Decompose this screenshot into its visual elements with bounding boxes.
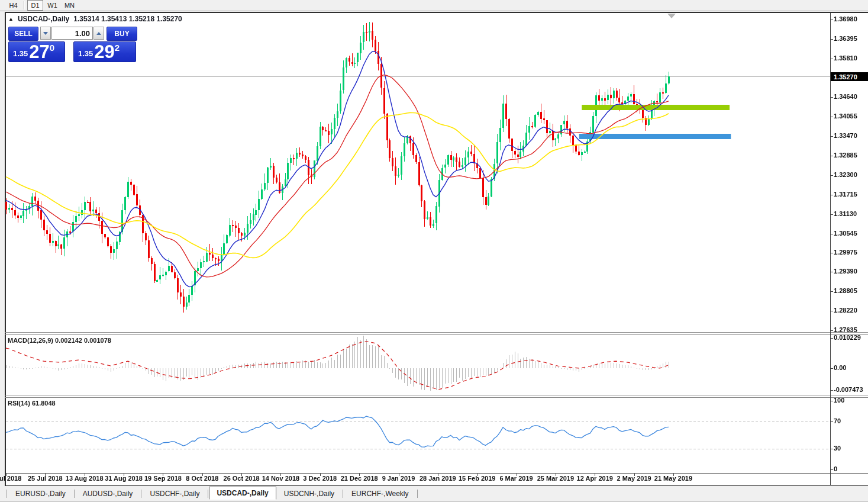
price-axis-label: 1.28220 — [834, 307, 857, 314]
sell-price-base: 1.35 — [13, 49, 28, 58]
price-axis-label: 1.29390 — [834, 268, 857, 275]
tab-eurchf-weekly[interactable]: EURCHF-,Weekly — [344, 488, 416, 500]
buy-price-base: 1.35 — [78, 49, 93, 58]
price-axis-label: 1.36980 — [834, 15, 857, 22]
macd-axis-label: 0.010229 — [834, 334, 861, 341]
tab-separator — [343, 490, 343, 498]
tab-usdcnh-daily[interactable]: USDCNH-,Daily — [276, 488, 342, 500]
price-axis-label: 1.30545 — [834, 230, 857, 237]
price-axis-label: 1.36395 — [834, 35, 857, 42]
tab-usdchf-daily[interactable]: USDCHF-,Daily — [142, 488, 207, 500]
down-arrow-icon — [43, 32, 48, 35]
rsi-indicator-label: RSI(14) 61.8048 — [8, 400, 56, 407]
price-axis-label: 1.34640 — [834, 93, 857, 100]
trade-panel-controls: SELL BUY — [8, 27, 136, 40]
price-chart-canvas[interactable] — [0, 0, 868, 502]
rsi-axis-label: 0 — [834, 465, 837, 472]
timeframe-button-mn[interactable]: MN — [62, 0, 78, 11]
chart-ohlc-values: 1.35314 1.35413 1.35218 1.35270 — [73, 15, 182, 23]
chart-shift-marker[interactable] — [667, 14, 676, 18]
tab-audusd-daily[interactable]: AUDUSD-,Daily — [75, 488, 141, 500]
chart-symbol-label: USDCAD-,Daily — [18, 15, 69, 23]
tab-separator — [208, 490, 208, 498]
timeframe-button-d1[interactable]: D1 — [27, 0, 43, 11]
price-axis-label: 1.32885 — [834, 152, 857, 159]
chart-tab-bar: EURUSD-,DailyAUDUSD-,DailyUSDCHF-,DailyU… — [0, 486, 868, 501]
tab-separator — [141, 490, 141, 498]
price-axis-label: 1.31715 — [834, 191, 857, 198]
current-price-tag: 1.35270 — [831, 72, 868, 81]
up-arrow-icon — [96, 32, 101, 35]
lot-size-input[interactable] — [51, 27, 93, 40]
timeframe-toolbar: H4D1W1MN — [0, 0, 868, 11]
price-axis-label: 1.29975 — [834, 249, 857, 256]
buy-price-pips: 29 — [94, 44, 114, 60]
rsi-axis-label: 70 — [834, 417, 841, 424]
timeframe-buttons: H4D1W1MN — [5, 0, 79, 11]
price-axis-label: 1.31130 — [834, 210, 857, 217]
timeframe-button-w1[interactable]: W1 — [44, 0, 60, 11]
tab-usdcad-daily[interactable]: USDCAD-,Daily — [209, 487, 276, 500]
timeframe-button-h4[interactable]: H4 — [5, 0, 21, 11]
lot-decrease-button[interactable] — [40, 27, 51, 40]
price-axis-label: 1.33470 — [834, 132, 857, 139]
trade-panel-collapse-icon[interactable]: ▲ — [8, 16, 14, 22]
price-axis-label: 1.34055 — [834, 112, 857, 120]
rsi-axis-label: 30 — [834, 445, 841, 452]
chart-header: ▲ USDCAD-,Daily 1.35314 1.35413 1.35218 … — [8, 15, 182, 23]
price-axis-label: 1.28805 — [834, 287, 857, 294]
time-axis-label: 21 May 2019 — [647, 475, 700, 482]
rsi-axis-label: 100 — [834, 397, 844, 404]
toolbar-separator — [24, 1, 25, 9]
sell-price-box[interactable]: 1.35 27 0 — [8, 41, 65, 62]
sell-price-point: 0 — [50, 43, 54, 53]
terminal-window: H4D1W1MN ▲ USDCAD-,Daily 1.35314 1.35413… — [0, 0, 868, 502]
tab-separator — [7, 490, 7, 498]
price-axis-label: 1.27635 — [834, 326, 857, 333]
sell-price-pips: 27 — [29, 44, 49, 60]
macd-axis-label: -0.007473 — [834, 386, 863, 393]
one-click-trade-panel: SELL BUY 1.35 27 0 1.35 29 2 — [8, 27, 136, 62]
macd-indicator-label: MACD(12,26,9) 0.002142 0.001078 — [8, 337, 111, 344]
buy-price-box[interactable]: 1.35 29 2 — [73, 41, 136, 62]
tab-separator — [417, 490, 418, 498]
price-axis-label: 1.32300 — [834, 171, 857, 178]
tab-eurusd-daily[interactable]: EURUSD-,Daily — [8, 488, 73, 500]
macd-axis-label: 0.00 — [834, 364, 846, 371]
buy-button[interactable]: BUY — [107, 27, 137, 41]
lot-increase-button[interactable] — [93, 27, 104, 40]
price-axis-label: 1.35810 — [834, 54, 857, 62]
sell-button[interactable]: SELL — [8, 27, 38, 41]
buy-price-point: 2 — [115, 43, 120, 53]
tab-separator — [74, 490, 75, 498]
